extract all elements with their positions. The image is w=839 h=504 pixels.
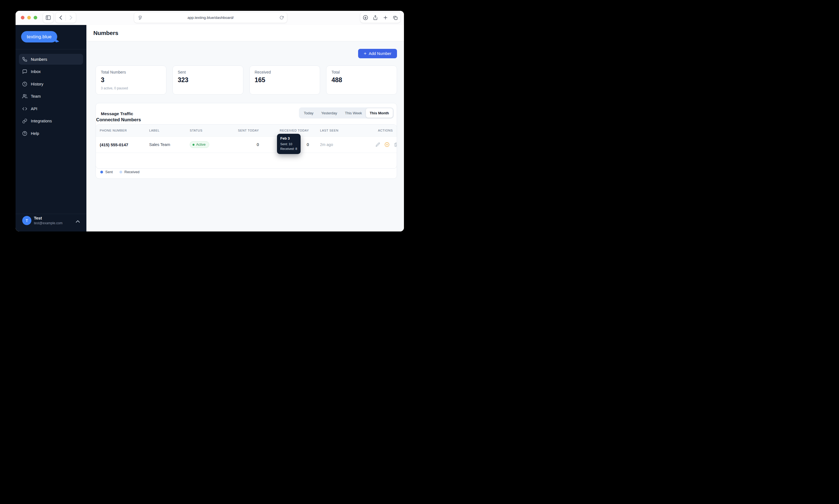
status-badge: Active <box>190 141 209 148</box>
add-number-button[interactable]: + Add Number <box>358 49 397 58</box>
share-icon <box>373 15 378 20</box>
filter-yesterday[interactable]: Yesterday <box>317 108 341 118</box>
app-logo-text: texting.blue <box>27 34 51 40</box>
sidebar-item-label: API <box>31 107 37 111</box>
sidebar-item-team[interactable]: Team <box>19 91 83 102</box>
sidebar-nav: NumbersInboxHistoryTeamAPIIntegrationsHe… <box>19 54 83 140</box>
forward-icon <box>69 15 72 20</box>
app-logo: texting.blue <box>21 31 57 42</box>
legend-sent-label: Sent <box>105 170 113 174</box>
legend-item-sent: Sent <box>100 170 113 174</box>
delete-number-button[interactable] <box>394 142 397 147</box>
column-header-actions: Actions <box>376 129 393 132</box>
cell-status: Active <box>190 141 226 148</box>
toolbar-right-group <box>360 13 400 23</box>
sidebar-item-help[interactable]: Help <box>19 128 83 139</box>
stat-label: Received <box>255 70 315 74</box>
minimize-window-button[interactable] <box>27 16 31 19</box>
user-name: Test <box>34 216 42 220</box>
column-header-received-today: Received Today <box>259 129 309 132</box>
back-icon <box>59 15 62 20</box>
sidebar-item-numbers[interactable]: Numbers <box>19 54 83 65</box>
address-bar[interactable]: app.texting.blue/dashboard/ <box>134 13 287 23</box>
downloads-button[interactable] <box>360 15 370 20</box>
tooltip-date: Feb 3 <box>280 136 297 140</box>
table-row: (415) 555-0147Sales TeamActive002m ago <box>96 137 397 153</box>
refresh-icon[interactable] <box>279 13 284 23</box>
sidebar-item-inbox[interactable]: Inbox <box>19 66 83 77</box>
reader-icon[interactable] <box>138 13 142 23</box>
column-header-status: Status <box>190 129 226 132</box>
stat-card-total-numbers: Total Numbers33 active, 0 paused <box>96 66 167 95</box>
connected-numbers-title: Connected Numbers <box>96 117 141 122</box>
new-tab-button[interactable] <box>380 15 390 20</box>
stat-label: Sent <box>178 70 238 74</box>
zoom-window-button[interactable] <box>34 16 37 19</box>
chart-tooltip: Feb 3 Sent: 10 Received: 8 <box>277 134 301 154</box>
add-number-label: Add Number <box>369 51 391 56</box>
link-icon <box>22 119 27 124</box>
stat-label: Total <box>331 70 392 74</box>
sidebar-item-label: Help <box>31 131 39 136</box>
status-dot-icon <box>192 144 194 146</box>
browser-window: app.texting.blue/dashboard/ <box>16 11 404 232</box>
help-icon <box>22 131 27 136</box>
nav-button-group <box>55 13 76 23</box>
legend-received-label: Received <box>124 170 139 174</box>
cell-label: Sales Team <box>149 142 190 147</box>
sidebar-item-label: Inbox <box>31 69 40 74</box>
phone-icon <box>22 57 27 62</box>
stat-card-received: Received165 <box>250 66 320 95</box>
team-icon <box>22 94 27 99</box>
connected-numbers-table: Phone NumberLabelStatusSent TodayReceive… <box>96 124 397 169</box>
column-header-sent-today: Sent Today <box>226 129 259 132</box>
close-window-button[interactable] <box>21 16 24 19</box>
back-button[interactable] <box>55 13 66 23</box>
stat-value: 3 <box>101 76 161 84</box>
filter-this-month[interactable]: This Month <box>366 108 393 118</box>
edit-icon <box>376 142 380 147</box>
filter-today[interactable]: Today <box>300 108 317 118</box>
time-range-filter: TodayYesterdayThis WeekThis Month <box>299 107 394 119</box>
chevron-up-icon <box>76 220 80 222</box>
browser-titlebar: app.texting.blue/dashboard/ <box>16 11 404 25</box>
stat-card-total: Total488 <box>326 66 397 95</box>
edit-number-button[interactable] <box>376 142 380 147</box>
page-title: Numbers <box>93 30 118 36</box>
sidebar-item-history[interactable]: History <box>19 78 83 89</box>
received-dot <box>119 171 122 174</box>
sidebar-item-integrations[interactable]: Integrations <box>19 116 83 127</box>
table-header-row: Phone NumberLabelStatusSent TodayReceive… <box>96 125 397 137</box>
user-menu[interactable]: T Test test@example.com <box>16 214 86 232</box>
avatar: T <box>22 216 31 225</box>
column-header-last-seen: Last Seen <box>309 129 376 132</box>
stat-label: Total Numbers <box>101 70 161 74</box>
plus-icon <box>383 15 388 20</box>
sidebar-item-label: Team <box>31 94 40 98</box>
sidebar-item-label: Integrations <box>31 119 52 123</box>
app-sidebar: texting.blue NumbersInboxHistoryTeamAPII… <box>16 25 86 232</box>
pause-icon <box>384 142 390 147</box>
sidebar-item-api[interactable]: API <box>19 103 83 114</box>
main-content: Numbers + Add Number Total Numbers33 act… <box>86 25 404 232</box>
forward-button[interactable] <box>66 13 76 23</box>
column-header-label: Label <box>149 129 190 132</box>
page-header: Numbers <box>86 25 404 41</box>
tooltip-sent: Sent: 10 <box>280 142 297 146</box>
url-text: app.texting.blue/dashboard/ <box>188 16 234 20</box>
stats-row: Total Numbers33 active, 0 pausedSent323R… <box>96 66 397 95</box>
tooltip-received: Received: 8 <box>280 146 297 151</box>
pause-number-button[interactable] <box>384 142 390 147</box>
share-button[interactable] <box>370 15 380 20</box>
show-tabs-button[interactable] <box>390 15 400 20</box>
stat-value: 323 <box>178 76 238 84</box>
tabs-icon <box>393 15 398 20</box>
screen: app.texting.blue/dashboard/ <box>0 0 420 252</box>
chat-icon <box>22 69 27 74</box>
stat-value: 165 <box>255 76 315 84</box>
download-icon <box>363 15 368 20</box>
sidebar-toggle-button[interactable] <box>43 13 53 23</box>
trash-icon <box>394 142 397 147</box>
cell-last-seen: 2m ago <box>309 142 376 147</box>
filter-this-week[interactable]: This Week <box>341 108 366 118</box>
